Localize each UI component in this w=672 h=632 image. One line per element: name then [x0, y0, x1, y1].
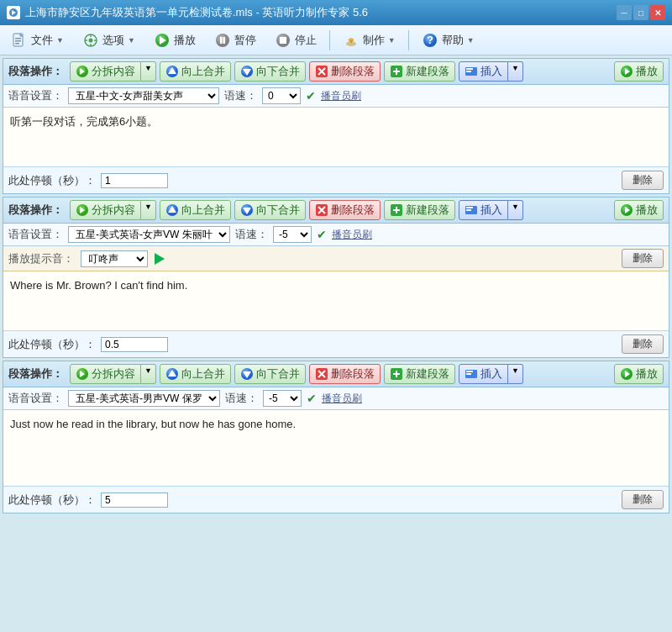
- section1-speed-label: 语速：: [224, 88, 257, 103]
- merge-up-icon3: [165, 367, 179, 381]
- section1-play-btn[interactable]: 播放: [614, 61, 664, 82]
- window-title: 上海市静安区九年级英语第一单元检测试卷.mls - 英语听力制作专家 5.6: [25, 5, 617, 20]
- svg-rect-36: [466, 68, 473, 70]
- section3-delete-para-btn[interactable]: 删除段落: [309, 364, 381, 384]
- section1-check-icon: ✔: [306, 89, 316, 103]
- section-play-icon: [620, 65, 633, 78]
- section2-new-para-btn[interactable]: 新建段落: [384, 200, 455, 220]
- section2-insert-arrow[interactable]: ▼: [508, 200, 523, 220]
- maximize-button[interactable]: □: [633, 5, 648, 20]
- file-icon: [11, 32, 28, 49]
- merge-down-icon2: [240, 203, 254, 217]
- menu-make-arrow: ▼: [388, 36, 396, 45]
- section1-merge-up-btn[interactable]: 向上合并: [160, 61, 231, 82]
- section3-merge-up-btn[interactable]: 向上合并: [160, 364, 231, 384]
- section2-speed-label: 语速：: [235, 227, 268, 242]
- new-para-icon2: [390, 203, 403, 217]
- menu-pause[interactable]: 暂停: [207, 29, 264, 52]
- svg-rect-53: [466, 207, 473, 208]
- menu-make-label: 制作: [363, 33, 385, 48]
- merge-down-icon: [240, 65, 254, 78]
- menu-play[interactable]: 播放: [146, 29, 203, 52]
- insert-icon3: [465, 367, 478, 381]
- section3-insert-btn[interactable]: 插入: [459, 364, 508, 384]
- svg-rect-54: [466, 209, 471, 211]
- minimize-button[interactable]: ─: [617, 5, 632, 20]
- section-panel-2: 段落操作： 分拆内容 ▼ 向上合并 向下合并 删除段落: [3, 197, 669, 358]
- section2-hint-select[interactable]: 叮咚声: [81, 250, 148, 267]
- section2-pause-row: 此处停顿（秒）： 删除: [3, 330, 669, 357]
- menu-options-label: 选项: [102, 33, 124, 48]
- section2-hint-delete-button[interactable]: 删除: [622, 249, 664, 268]
- section3-speed-select[interactable]: -5: [263, 390, 302, 407]
- section2-split-btn[interactable]: 分拆内容: [70, 200, 141, 220]
- section2-delete-button[interactable]: 删除: [622, 334, 664, 354]
- section2-insert-btn[interactable]: 插入: [459, 200, 508, 220]
- menu-make[interactable]: 制作 ▼: [335, 29, 403, 52]
- section1-delete-button[interactable]: 删除: [622, 171, 664, 190]
- section1-new-para-btn[interactable]: 新建段落: [384, 61, 455, 82]
- section1-insert-btn[interactable]: 插入: [459, 61, 508, 82]
- section2-play-btn[interactable]: 播放: [614, 200, 664, 220]
- section2-check-icon: ✔: [317, 228, 327, 241]
- section3-new-para-btn[interactable]: 新建段落: [384, 364, 455, 384]
- section2-merge-up-btn[interactable]: 向上合并: [160, 200, 231, 220]
- make-icon: [343, 32, 360, 49]
- section-play-icon3: [620, 367, 633, 381]
- section3-play-btn[interactable]: 播放: [614, 364, 664, 384]
- section1-content[interactable]: 听第一段对话，完成第6小题。: [3, 108, 669, 166]
- section1-split-btn[interactable]: 分拆内容: [70, 61, 141, 82]
- section1-voice-label: 语音设置：: [8, 88, 63, 103]
- section3-insert-arrow[interactable]: ▼: [508, 364, 523, 384]
- section3-merge-down-btn[interactable]: 向下合并: [234, 364, 306, 384]
- menu-stop[interactable]: 停止: [267, 29, 324, 52]
- delete-para-icon: [315, 65, 328, 78]
- insert-icon: [465, 65, 478, 78]
- section3-voice-label: 语音设置：: [8, 391, 63, 406]
- section3-split-btn[interactable]: 分拆内容: [70, 364, 141, 384]
- menu-stop-label: 停止: [295, 33, 317, 48]
- section3-content[interactable]: Just now he read in the library, but now…: [3, 410, 669, 486]
- section3-refresh-label[interactable]: 播音员刷: [322, 392, 362, 406]
- close-button[interactable]: ✕: [650, 5, 665, 20]
- section2-merge-down-btn[interactable]: 向下合并: [234, 200, 306, 220]
- options-icon: [82, 32, 99, 49]
- section3-pause-input[interactable]: [101, 492, 168, 508]
- section2-content[interactable]: Where is Mr. Brown? I can't find him.: [3, 271, 669, 330]
- section1-pause-label: 此处停顿（秒）：: [8, 173, 96, 188]
- menu-help[interactable]: ? 帮助 ▼: [414, 29, 482, 52]
- section2-hint-play-btn[interactable]: [155, 253, 165, 265]
- section1-refresh-label[interactable]: 播音员刷: [321, 89, 361, 103]
- section1-speed-select[interactable]: 0: [262, 87, 301, 104]
- section3-para-ops-label: 段落操作：: [8, 366, 63, 382]
- section2-voice-select[interactable]: 五星-美式英语-女声VW 朱丽叶: [68, 226, 230, 243]
- section3-delete-button[interactable]: 删除: [622, 490, 664, 509]
- section2-pause-input[interactable]: [101, 337, 168, 352]
- new-para-icon: [390, 65, 403, 78]
- section1-delete-para-btn[interactable]: 删除段落: [309, 61, 381, 82]
- section1-insert-arrow[interactable]: ▼: [508, 61, 523, 82]
- section2-refresh-label[interactable]: 播音员刷: [332, 228, 372, 242]
- title-bar: 上海市静安区九年级英语第一单元检测试卷.mls - 英语听力制作专家 5.6 ─…: [0, 0, 672, 25]
- section1-pause-input[interactable]: [101, 173, 168, 188]
- section1-merge-down-btn[interactable]: 向下合并: [234, 61, 306, 82]
- section3-voice-select[interactable]: 五星-美式英语-男声VW 保罗: [68, 390, 220, 407]
- section2-voice-label: 语音设置：: [8, 227, 63, 242]
- section3-split-arrow[interactable]: ▼: [141, 364, 156, 384]
- svg-point-8: [88, 38, 92, 42]
- section2-delete-para-btn[interactable]: 删除段落: [309, 200, 381, 220]
- section3-toolbar: 段落操作： 分拆内容 ▼ 向上合并 向下合并 删除段落: [3, 361, 669, 387]
- section1-pause-left: 此处停顿（秒）：: [8, 173, 168, 188]
- section2-pause-label: 此处停顿（秒）：: [8, 337, 96, 352]
- section2-speed-select[interactable]: -5: [273, 226, 312, 243]
- menu-options[interactable]: 选项 ▼: [75, 29, 143, 52]
- section2-split-arrow[interactable]: ▼: [141, 200, 156, 220]
- delete-para-icon2: [315, 203, 328, 217]
- menu-separator: [329, 30, 330, 50]
- merge-down-icon3: [240, 367, 254, 381]
- section1-voice-select[interactable]: 五星-中文-女声甜美女声: [68, 87, 219, 104]
- section2-voice-settings: 语音设置： 五星-美式英语-女声VW 朱丽叶 语速： -5 ✔ 播音员刷: [3, 224, 669, 246]
- section1-split-arrow[interactable]: ▼: [141, 61, 156, 82]
- panels-container[interactable]: 段落操作： 分拆内容 ▼ 向上合并 向下合并 删除段落: [0, 55, 672, 632]
- menu-file[interactable]: 文件 ▼: [3, 29, 71, 52]
